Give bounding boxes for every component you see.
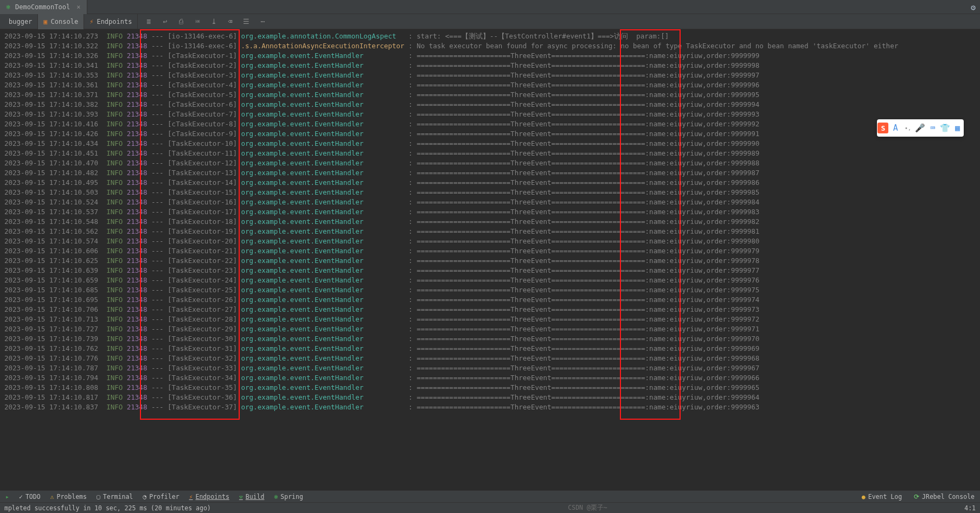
tab-title: DemoCommonTool (15, 3, 70, 11)
log-line: 2023-09-15 17:14:10.659 INFO 21348 --- [… (4, 275, 980, 285)
log-line: 2023-09-15 17:14:10.353 INFO 21348 --- [… (4, 70, 980, 80)
clear-icon[interactable]: ⌫ (226, 17, 234, 26)
log-line: 2023-09-15 17:14:10.524 INFO 21348 --- [… (4, 197, 980, 207)
spring-leaf-icon: ❃ (4, 3, 12, 11)
log-line: 2023-09-15 17:14:10.382 INFO 21348 --- [… (4, 100, 980, 110)
ime-toolbar[interactable]: S A •, 🎤 ⌨ 👕 ▦ (877, 119, 964, 137)
problems-label: Problems (57, 493, 87, 501)
log-line: 2023-09-15 17:14:10.503 INFO 21348 --- [… (4, 188, 980, 197)
log-line: 2023-09-15 17:14:10.341 INFO 21348 --- [… (4, 61, 980, 70)
filter-icon[interactable]: ⎃ (193, 17, 202, 26)
log-line: 2023-09-15 17:14:10.713 INFO 21348 --- [… (4, 315, 980, 324)
log-line: 2023-09-15 17:14:10.322 INFO 21348 --- [… (4, 41, 980, 51)
balloon-icon: ● (862, 493, 866, 501)
gear-icon[interactable]: ⚙ (971, 3, 976, 12)
todo-label: TODO (25, 493, 41, 501)
terminal-label: Terminal (103, 493, 133, 501)
export-icon[interactable]: ⤓ (209, 17, 218, 26)
print-icon[interactable]: ⎙ (177, 17, 185, 26)
toolstrip-endpoints[interactable]: ⚡Endpoints (189, 493, 229, 501)
hammer-icon: ⚒ (239, 493, 243, 501)
console-icon: ▣ (43, 18, 47, 25)
jrebel-label: JRebel Console (922, 493, 975, 501)
tool-window-tabs: bugger ▣ Console ⚡ Endpoints ≣ ↩ ⎙ ⎃ ⤓ ⌫… (0, 14, 980, 29)
endpoints-icon: ⚡ (89, 18, 93, 25)
log-line: 2023-09-15 17:14:10.495 INFO 21348 --- [… (4, 178, 980, 188)
log-line: 2023-09-15 17:14:10.434 INFO 21348 --- [… (4, 139, 980, 149)
ime-toolbox-icon[interactable]: ▦ (952, 123, 963, 133)
log-line: 2023-09-15 17:14:10.426 INFO 21348 --- [… (4, 129, 980, 139)
ime-language-icon[interactable]: A (890, 123, 901, 133)
ime-sogou-icon[interactable]: S (877, 123, 888, 133)
toolstrip-spring[interactable]: ❃Spring (274, 493, 303, 501)
toolstrip-todo[interactable]: ✓TODO (19, 493, 41, 501)
ime-separator-icon: •, (902, 123, 913, 133)
status-bar: mpleted successfully in 10 sec, 225 ms (… (0, 502, 980, 513)
log-line: 2023-09-15 17:14:10.762 INFO 21348 --- [… (4, 344, 980, 354)
profiler-icon: ◔ (143, 493, 146, 501)
tab-debugger[interactable]: bugger (0, 14, 38, 29)
log-line: 2023-09-15 17:14:10.574 INFO 21348 --- [… (4, 236, 980, 246)
soft-wrap-icon[interactable]: ↩ (161, 17, 169, 26)
toolstrip-eventlog[interactable]: ●Event Log (862, 493, 902, 501)
tab-console[interactable]: ▣ Console (38, 14, 84, 29)
bottom-toolwindow-bar: ▸ ✓TODO ⚠Problems ▢Terminal ◔Profiler ⚡E… (0, 490, 980, 502)
log-line: 2023-09-15 17:14:10.817 INFO 21348 --- [… (4, 393, 980, 402)
toolstrip-problems[interactable]: ⚠Problems (50, 493, 87, 501)
log-line: 2023-09-15 17:14:10.548 INFO 21348 --- [… (4, 217, 980, 227)
build-label: Build (246, 493, 265, 501)
close-icon[interactable]: × (76, 3, 80, 11)
log-line: 2023-09-15 17:14:10.787 INFO 21348 --- [… (4, 363, 980, 373)
ime-keyboard-icon[interactable]: ⌨ (927, 123, 938, 133)
tab-endpoints-label: Endpoints (97, 18, 132, 25)
spring-icon: ❃ (274, 493, 278, 501)
settings-icon[interactable]: ☰ (242, 17, 251, 26)
log-line: 2023-09-15 17:14:10.273 INFO 21348 --- [… (4, 31, 980, 41)
terminal-icon: ▢ (97, 493, 100, 501)
console-toolbar-icons: ≣ ↩ ⎙ ⎃ ⤓ ⌫ ☰ ⋯ (138, 17, 267, 26)
status-caret-pos: 4:1 (964, 504, 976, 512)
log-line: 2023-09-15 17:14:10.451 INFO 21348 --- [… (4, 149, 980, 158)
log-line: 2023-09-15 17:14:10.537 INFO 21348 --- [… (4, 207, 980, 217)
more-icon[interactable]: ⋯ (258, 17, 267, 26)
log-line: 2023-09-15 17:14:10.739 INFO 21348 --- [… (4, 334, 980, 344)
toolstrip-profiler[interactable]: ◔Profiler (143, 493, 179, 501)
log-line: 2023-09-15 17:14:10.837 INFO 21348 --- [… (4, 402, 980, 412)
log-line: 2023-09-15 17:14:10.794 INFO 21348 --- [… (4, 373, 980, 383)
log-line: 2023-09-15 17:14:10.562 INFO 21348 --- [… (4, 227, 980, 236)
status-watermark: CSDN @栗子~ (568, 504, 607, 512)
toolstrip-terminal[interactable]: ▢Terminal (97, 493, 133, 501)
log-line: 2023-09-15 17:14:10.695 INFO 21348 --- [… (4, 295, 980, 305)
log-line: 2023-09-15 17:14:10.416 INFO 21348 --- [… (4, 119, 980, 129)
console-output-pane[interactable]: 2023-09-15 17:14:10.273 INFO 21348 --- [… (0, 29, 980, 490)
tab-console-label: Console (51, 18, 79, 25)
toolstrip-run[interactable]: ▸ (5, 493, 9, 501)
log-line: 2023-09-15 17:14:10.606 INFO 21348 --- [… (4, 246, 980, 256)
todo-icon: ✓ (19, 493, 23, 501)
log-line: 2023-09-15 17:14:10.470 INFO 21348 --- [… (4, 158, 980, 168)
log-line: 2023-09-15 17:14:10.685 INFO 21348 --- [… (4, 285, 980, 295)
tab-debugger-label: bugger (9, 18, 32, 25)
endpoints-icon2: ⚡ (189, 493, 193, 501)
scroll-to-end-icon[interactable]: ≣ (144, 17, 153, 26)
tab-endpoints[interactable]: ⚡ Endpoints (84, 14, 138, 29)
eventlog-label: Event Log (868, 493, 902, 501)
run-icon: ▸ (5, 493, 9, 501)
ime-voice-icon[interactable]: 🎤 (915, 123, 926, 133)
ime-skin-icon[interactable]: 👕 (940, 123, 951, 133)
jrebel-icon: ⟳ (914, 493, 919, 501)
toolstrip-build[interactable]: ⚒Build (239, 493, 265, 501)
log-line: 2023-09-15 17:14:10.371 INFO 21348 --- [… (4, 90, 980, 100)
endpoints-label: Endpoints (196, 493, 229, 501)
log-line: 2023-09-15 17:14:10.625 INFO 21348 --- [… (4, 256, 980, 266)
toolstrip-jrebel[interactable]: ⟳JRebel Console (914, 493, 975, 501)
log-line: 2023-09-15 17:14:10.706 INFO 21348 --- [… (4, 305, 980, 315)
log-line: 2023-09-15 17:14:10.808 INFO 21348 --- [… (4, 383, 980, 393)
spring-label: Spring (280, 493, 303, 501)
tab-democommtool[interactable]: ❃ DemoCommonTool × (0, 0, 87, 14)
log-line: 2023-09-15 17:14:10.776 INFO 21348 --- [… (4, 354, 980, 363)
log-line: 2023-09-15 17:14:10.393 INFO 21348 --- [… (4, 110, 980, 119)
log-line: 2023-09-15 17:14:10.326 INFO 21348 --- [… (4, 51, 980, 61)
log-line: 2023-09-15 17:14:10.639 INFO 21348 --- [… (4, 266, 980, 275)
problems-icon: ⚠ (50, 493, 54, 501)
